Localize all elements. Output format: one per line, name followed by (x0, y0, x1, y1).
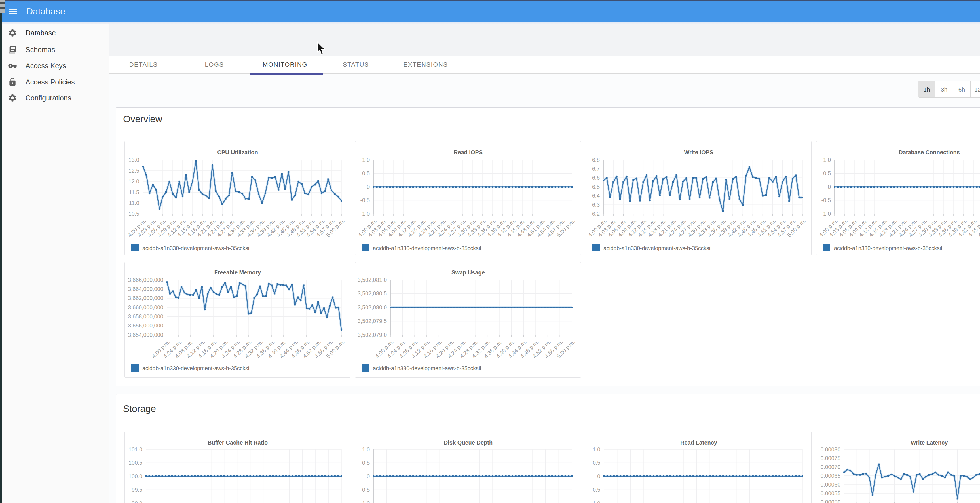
svg-text:Swap Usage: Swap Usage (452, 269, 485, 275)
svg-text:6.4: 6.4 (592, 193, 600, 199)
svg-text:6.3: 6.3 (592, 202, 600, 208)
svg-text:aciddb-a1n330-development-aws-: aciddb-a1n330-development-aws-b-35ccksil (603, 245, 712, 251)
svg-text:0: 0 (597, 473, 600, 479)
svg-text:0: 0 (828, 184, 831, 190)
svg-text:3,662,000,000: 3,662,000,000 (128, 295, 163, 301)
svg-text:101.0: 101.0 (129, 446, 142, 452)
svg-text:1.0: 1.0 (823, 157, 831, 163)
svg-text:0: 0 (367, 473, 370, 479)
svg-text:13.0: 13.0 (129, 157, 139, 163)
svg-text:3,502,080.5: 3,502,080.5 (358, 290, 387, 296)
svg-text:3,666,000,000: 3,666,000,000 (128, 277, 163, 283)
svg-text:100.5: 100.5 (129, 460, 142, 466)
svg-text:99.0: 99.0 (132, 500, 142, 503)
svg-text:6.5: 6.5 (592, 184, 600, 190)
svg-text:0.5: 0.5 (362, 460, 370, 466)
svg-text:-1.0: -1.0 (360, 500, 370, 503)
svg-text:-1.0: -1.0 (360, 211, 370, 217)
svg-text:-0.5: -0.5 (360, 197, 370, 203)
svg-text:3,658,000,000: 3,658,000,000 (128, 313, 163, 320)
svg-text:Buffer Cache Hit Ratio: Buffer Cache Hit Ratio (208, 439, 268, 446)
svg-text:12.5: 12.5 (129, 167, 139, 174)
svg-text:aciddb-a1n330-development-aws-: aciddb-a1n330-development-aws-b-35ccksil (142, 245, 251, 251)
svg-text:Database Connections: Database Connections (899, 149, 960, 155)
svg-text:Write IOPS: Write IOPS (684, 149, 713, 155)
svg-text:0.00060: 0.00060 (821, 481, 841, 488)
svg-text:Write Latency: Write Latency (911, 439, 948, 446)
svg-text:aciddb-a1n330-development-aws-: aciddb-a1n330-development-aws-b-35ccksil (373, 365, 481, 371)
svg-text:0.00075: 0.00075 (821, 455, 841, 461)
svg-text:0.00065: 0.00065 (821, 473, 841, 479)
svg-text:0.5: 0.5 (362, 170, 370, 177)
svg-text:3,660,000,000: 3,660,000,000 (128, 304, 163, 310)
svg-text:Disk Queue Depth: Disk Queue Depth (444, 439, 493, 446)
svg-text:11.0: 11.0 (129, 200, 139, 206)
svg-text:6.6: 6.6 (592, 175, 600, 181)
svg-text:-0.5: -0.5 (591, 487, 600, 493)
svg-text:6.8: 6.8 (592, 157, 600, 163)
svg-text:aciddb-a1n330-development-aws-: aciddb-a1n330-development-aws-b-35ccksil (373, 245, 481, 251)
svg-text:3,502,079.0: 3,502,079.0 (358, 332, 387, 338)
svg-text:CPU Utilization: CPU Utilization (217, 149, 258, 155)
svg-text:0.5: 0.5 (593, 460, 600, 466)
svg-text:Read Latency: Read Latency (680, 439, 718, 446)
svg-text:aciddb-a1n330-development-aws-: aciddb-a1n330-development-aws-b-35ccksil (834, 245, 942, 251)
svg-text:-1.0: -1.0 (821, 211, 831, 217)
svg-text:0.00055: 0.00055 (821, 490, 841, 497)
svg-text:6.7: 6.7 (592, 166, 600, 172)
svg-text:3,502,080.0: 3,502,080.0 (358, 304, 387, 310)
svg-text:0.5: 0.5 (823, 170, 831, 177)
svg-text:aciddb-a1n330-development-aws-: aciddb-a1n330-development-aws-b-35ccksil (142, 365, 251, 371)
svg-text:12.0: 12.0 (129, 178, 139, 185)
svg-text:1.0: 1.0 (362, 157, 370, 163)
svg-text:11.5: 11.5 (129, 189, 139, 195)
svg-text:-0.5: -0.5 (821, 197, 831, 203)
svg-text:3,654,000,000: 3,654,000,000 (128, 332, 163, 338)
svg-text:-0.5: -0.5 (360, 487, 370, 493)
svg-text:-1.0: -1.0 (591, 500, 600, 503)
svg-text:3,664,000,000: 3,664,000,000 (128, 286, 163, 292)
svg-text:0: 0 (367, 184, 370, 190)
svg-text:3,656,000,000: 3,656,000,000 (128, 322, 163, 329)
svg-text:1.0: 1.0 (593, 446, 600, 452)
svg-text:0.00050: 0.00050 (821, 499, 841, 503)
svg-text:3,502,079.5: 3,502,079.5 (358, 318, 387, 324)
svg-text:100.0: 100.0 (129, 473, 142, 479)
svg-text:0.00070: 0.00070 (821, 464, 841, 470)
svg-text:Read IOPS: Read IOPS (454, 149, 483, 155)
svg-text:10.5: 10.5 (129, 211, 139, 217)
svg-text:3,502,081.0: 3,502,081.0 (358, 277, 387, 283)
svg-text:99.5: 99.5 (132, 487, 142, 493)
svg-text:0.00080: 0.00080 (821, 446, 841, 452)
svg-text:6.2: 6.2 (592, 211, 600, 217)
svg-text:1.0: 1.0 (362, 446, 370, 452)
svg-text:Freeable Memory: Freeable Memory (215, 269, 261, 275)
